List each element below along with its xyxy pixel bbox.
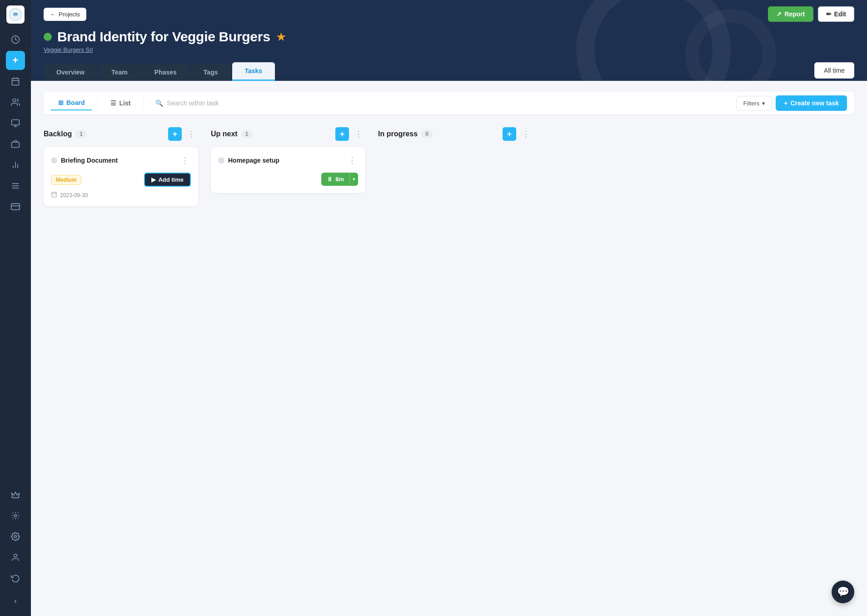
svg-point-6 (13, 99, 16, 102)
edit-icon: ✏ (826, 10, 832, 18)
project-tabs: Overview Team Phases Tags Tasks (44, 62, 276, 81)
search-box[interactable]: 🔍 Search within task (149, 96, 732, 110)
svg-rect-17 (11, 204, 20, 209)
header-actions: ↗ Report ✏ Edit (768, 6, 854, 22)
tab-phases[interactable]: Phases (142, 64, 189, 81)
task-title-homepage: Homepage setup (228, 157, 343, 164)
report-icon: ↗ (776, 10, 782, 18)
column-header-inprogress: In progress 0 + ⋮ (378, 127, 533, 141)
timer-pause-button[interactable]: ⏸ 8m (321, 173, 349, 186)
task-tags-row-briefing: Medium ▶ Add time (51, 173, 191, 187)
calendar-icon (51, 191, 57, 199)
sidebar-item-billing[interactable] (6, 197, 25, 216)
priority-tag-medium: Medium (51, 175, 81, 185)
task-card-header-briefing: Briefing Document ⋮ (51, 154, 191, 166)
back-to-projects-button[interactable]: ← Projects (44, 8, 86, 21)
chat-icon: 💬 (837, 586, 849, 598)
sidebar-item-integrations[interactable] (6, 506, 25, 525)
sidebar-item-team[interactable] (6, 93, 25, 112)
create-task-button[interactable]: + Create new task (776, 95, 847, 111)
task-card-homepage: Homepage setup ⋮ ⏸ 8m ▾ (211, 147, 365, 193)
column-actions-backlog: + ⋮ (168, 127, 198, 141)
client-link[interactable]: Veggie Burgers Srl (44, 46, 854, 53)
toolbar-divider (97, 97, 98, 109)
tab-tasks[interactable]: Tasks (232, 62, 275, 81)
sidebar-item-settings[interactable] (6, 527, 25, 546)
tab-tags[interactable]: Tags (191, 64, 231, 81)
column-count-backlog: 1 (75, 130, 87, 138)
sidebar-item-reports[interactable] (6, 155, 25, 174)
sidebar-item-projects[interactable] (6, 114, 25, 133)
column-count-upnext: 1 (241, 130, 253, 138)
report-button[interactable]: ↗ Report (768, 6, 813, 22)
chat-bubble-button[interactable]: 💬 (832, 581, 854, 603)
back-label: Projects (59, 11, 80, 18)
sidebar-item-portfolio[interactable] (6, 134, 25, 154)
svg-rect-22 (52, 192, 57, 197)
header-top-row: ← Projects ↗ Report ✏ Edit (44, 0, 854, 22)
list-view-tab[interactable]: ☰ List (103, 96, 138, 110)
task-date-row-briefing: 2023-09-30 (51, 191, 191, 199)
project-title: Brand Identity for Veggie Burgers (57, 29, 270, 45)
favorite-star-icon[interactable]: ★ (276, 30, 286, 44)
project-title-row: Brand Identity for Veggie Burgers ★ (44, 22, 854, 46)
svg-point-19 (15, 515, 17, 517)
tab-team[interactable]: Team (99, 64, 140, 81)
timer-value: 8m (335, 176, 344, 183)
column-title-inprogress: In progress (378, 130, 418, 138)
back-arrow-icon: ← (50, 11, 56, 18)
task-status-dot-briefing (51, 157, 57, 164)
svg-point-21 (14, 554, 17, 557)
svg-rect-7 (12, 120, 20, 125)
add-task-backlog-button[interactable]: + (168, 127, 182, 141)
board-view-tab[interactable]: ⊞ Board (51, 96, 92, 110)
sidebar-item-crown[interactable] (6, 485, 25, 504)
sidebar-item-add[interactable]: + (6, 51, 25, 70)
sidebar-item-profile[interactable] (6, 548, 25, 567)
search-placeholder: Search within task (167, 99, 219, 107)
column-menu-inprogress-button[interactable]: ⋮ (519, 127, 533, 141)
project-status-dot (44, 33, 52, 41)
toolbar-divider2 (143, 97, 144, 109)
column-title-upnext: Up next (211, 130, 238, 138)
app-logo[interactable] (6, 5, 25, 24)
sidebar-item-history[interactable] (6, 569, 25, 588)
search-icon: 🔍 (155, 99, 163, 107)
column-actions-inprogress: + ⋮ (503, 127, 533, 141)
timer-group-homepage: ⏸ 8m ▾ (321, 173, 358, 186)
edit-button[interactable]: ✏ Edit (818, 6, 854, 22)
board-icon: ⊞ (58, 99, 64, 106)
sidebar: + › (0, 0, 31, 616)
svg-rect-10 (12, 142, 20, 148)
filters-button[interactable]: Filters ▾ (737, 96, 772, 111)
column-header-upnext: Up next 1 + ⋮ (211, 127, 365, 141)
kanban-column-inprogress: In progress 0 + ⋮ (378, 127, 533, 147)
task-title-briefing: Briefing Document (61, 157, 175, 164)
board-toolbar: ⊞ Board ☰ List 🔍 Search within task Filt… (44, 92, 854, 114)
kanban-board: Backlog 1 + ⋮ Briefing Document ⋮ (44, 127, 854, 212)
time-filter-button[interactable]: All time (814, 62, 854, 79)
sidebar-expand-button[interactable]: › (6, 591, 25, 611)
timer-dropdown-button[interactable]: ▾ (349, 173, 358, 186)
sidebar-item-list[interactable] (6, 176, 25, 195)
main-content: ← Projects ↗ Report ✏ Edit Brand Identit… (31, 0, 867, 616)
kanban-column-upnext: Up next 1 + ⋮ Homepage setup ⋮ (211, 127, 365, 199)
column-header-backlog: Backlog 1 + ⋮ (44, 127, 198, 141)
kanban-column-backlog: Backlog 1 + ⋮ Briefing Document ⋮ (44, 127, 198, 212)
sidebar-item-calendar[interactable] (6, 72, 25, 91)
sidebar-item-time[interactable] (6, 30, 25, 49)
svg-point-20 (15, 536, 17, 538)
add-time-briefing-button[interactable]: ▶ Add time (144, 173, 191, 187)
task-status-dot-homepage (218, 157, 224, 164)
add-task-inprogress-button[interactable]: + (503, 127, 516, 141)
play-icon: ▶ (151, 176, 156, 183)
task-date-briefing: 2023-09-30 (60, 192, 88, 199)
column-menu-backlog-button[interactable]: ⋮ (184, 127, 198, 141)
task-menu-homepage-button[interactable]: ⋮ (346, 154, 358, 166)
tab-overview[interactable]: Overview (44, 64, 97, 81)
task-menu-briefing-button[interactable]: ⋮ (179, 154, 191, 166)
column-menu-upnext-button[interactable]: ⋮ (352, 127, 365, 141)
add-task-upnext-button[interactable]: + (335, 127, 349, 141)
list-icon: ☰ (110, 99, 116, 107)
column-count-inprogress: 0 (421, 130, 433, 138)
